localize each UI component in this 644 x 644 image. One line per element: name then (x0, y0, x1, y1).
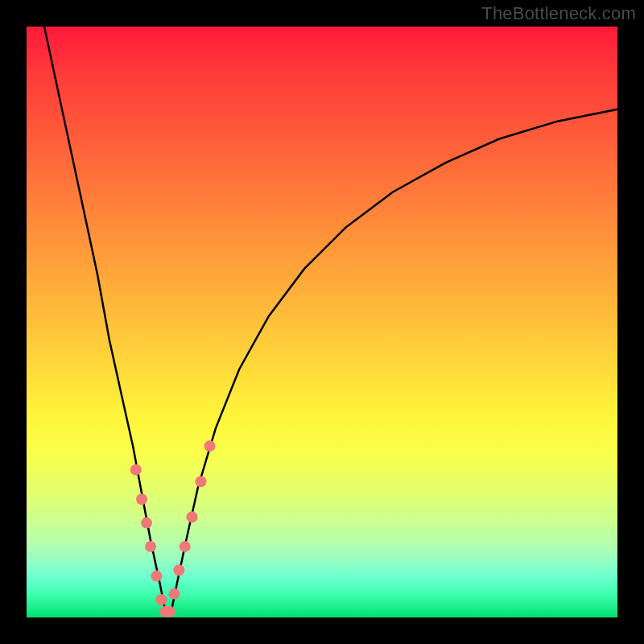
sample-point (141, 518, 152, 529)
sample-point (145, 541, 156, 552)
watermark-text: TheBottleneck.com (481, 3, 636, 24)
sample-point (196, 476, 207, 487)
sample-point (130, 464, 142, 476)
bottleneck-curve (44, 27, 617, 612)
sample-point (187, 511, 198, 522)
chart-svg (0, 0, 644, 644)
sample-point (151, 571, 163, 582)
chart-frame: TheBottleneck.com (0, 0, 644, 644)
sample-point (204, 440, 216, 452)
sample-point (155, 594, 167, 605)
sample-point (136, 493, 147, 505)
sample-point (180, 541, 191, 552)
sample-point (173, 564, 184, 576)
sample-point (164, 606, 175, 617)
sample-point (169, 588, 180, 600)
